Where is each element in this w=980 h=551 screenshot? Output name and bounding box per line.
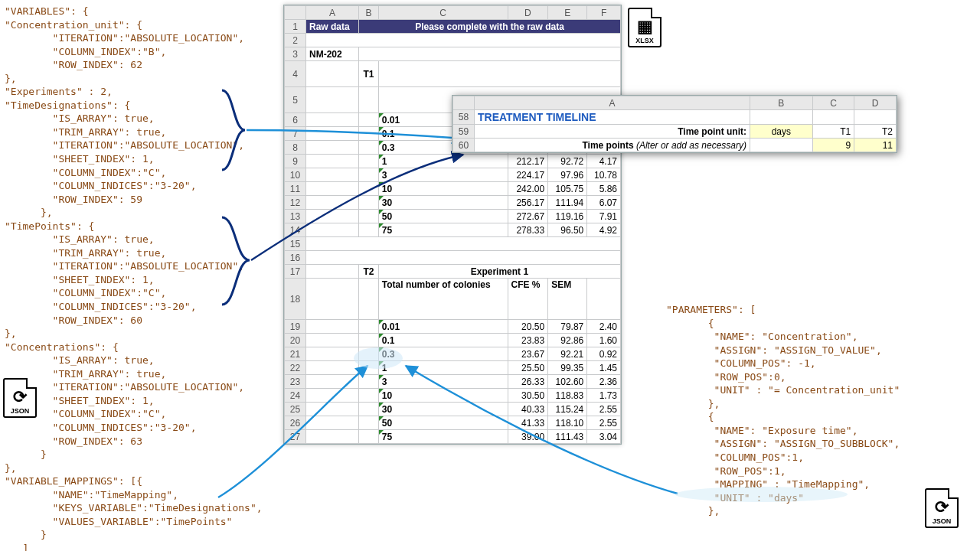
raw-data-title: Raw data bbox=[306, 20, 359, 34]
table-row: 1475278.3396.504.92 bbox=[285, 223, 621, 237]
json-icon: ⟳JSON bbox=[3, 378, 37, 418]
table-row: 210.323.6792.210.92 bbox=[285, 347, 621, 361]
col-header-row: ABCDEF bbox=[285, 6, 621, 20]
table-row: 1230256.17111.946.07 bbox=[285, 196, 621, 210]
table-row: 1350272.67119.167.91 bbox=[285, 210, 621, 223]
mini-t1: T1 bbox=[812, 125, 854, 139]
time-point-unit-value: days bbox=[750, 125, 813, 139]
table-row: 190.0120.5079.872.40 bbox=[285, 320, 621, 334]
table-row: 23326.33102.602.36 bbox=[285, 375, 621, 389]
raw-data-msg: Please complete with the raw data bbox=[359, 20, 621, 34]
table-row: 1110242.00105.755.86 bbox=[285, 182, 621, 196]
highlight-t2 bbox=[354, 347, 403, 369]
table-row: 22125.5099.351.45 bbox=[285, 361, 621, 375]
table-row: 277539.00111.433.04 bbox=[285, 430, 621, 444]
xlsx-icon: ▦XLSX bbox=[628, 8, 662, 47]
experiment1-label: Experiment 1 bbox=[378, 265, 620, 279]
mini-t2: T2 bbox=[854, 125, 897, 139]
table-row: 241030.50118.831.73 bbox=[285, 389, 621, 403]
highlight-mapping bbox=[675, 487, 848, 502]
hdr-total: Total number of colonies bbox=[378, 279, 508, 320]
mini-spreadsheet: ABCD 58TREATMENT TIMELINE 59Time point u… bbox=[452, 95, 897, 153]
nm-label: NM-202 bbox=[306, 47, 359, 61]
tp-11: 11 bbox=[854, 139, 897, 152]
table-row: 253040.33115.242.55 bbox=[285, 403, 621, 416]
table-row: 200.123.8392.861.60 bbox=[285, 334, 621, 347]
json-icon: ⟳JSON bbox=[925, 488, 959, 528]
json-config-right: "PARAMETERS": [ { "NAME": "Concentration… bbox=[666, 303, 919, 518]
time-point-unit-label: Time point unit: bbox=[475, 125, 750, 139]
hdr-sem: SEM bbox=[548, 279, 587, 320]
t1-label: T1 bbox=[359, 61, 379, 87]
table-row: 265041.33118.102.55 bbox=[285, 416, 621, 430]
table-row: 91212.1792.724.17 bbox=[285, 155, 621, 168]
hdr-cfe: CFE % bbox=[508, 279, 548, 320]
tp-9: 9 bbox=[812, 139, 854, 152]
timeline-header: TREATMENT TIMELINE bbox=[475, 110, 750, 125]
main-spreadsheet: ABCDEF 1Raw dataPlease complete with the… bbox=[283, 5, 622, 445]
t2-label: T2 bbox=[363, 266, 374, 277]
table-row: 103224.1797.9610.78 bbox=[285, 168, 621, 182]
json-config-left: "VARIABLES": { "Concentration_unit": { "… bbox=[5, 5, 250, 551]
time-points-label: Time points (Alter or add as necessary) bbox=[475, 139, 750, 152]
